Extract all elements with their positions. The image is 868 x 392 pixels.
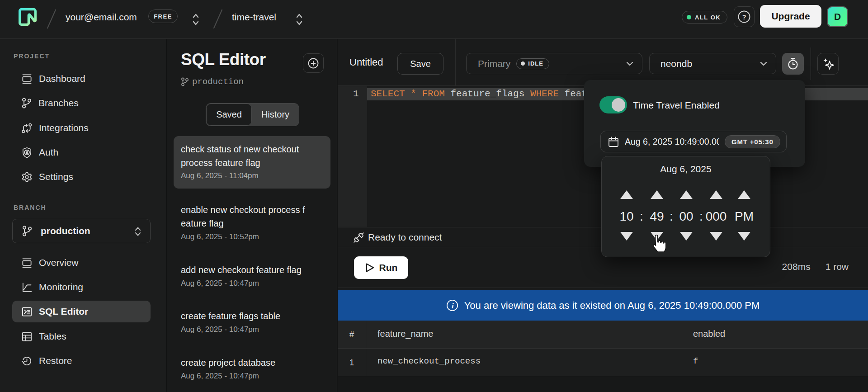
svg-text:?: ? (742, 13, 746, 21)
svg-text:i: i (452, 302, 454, 310)
